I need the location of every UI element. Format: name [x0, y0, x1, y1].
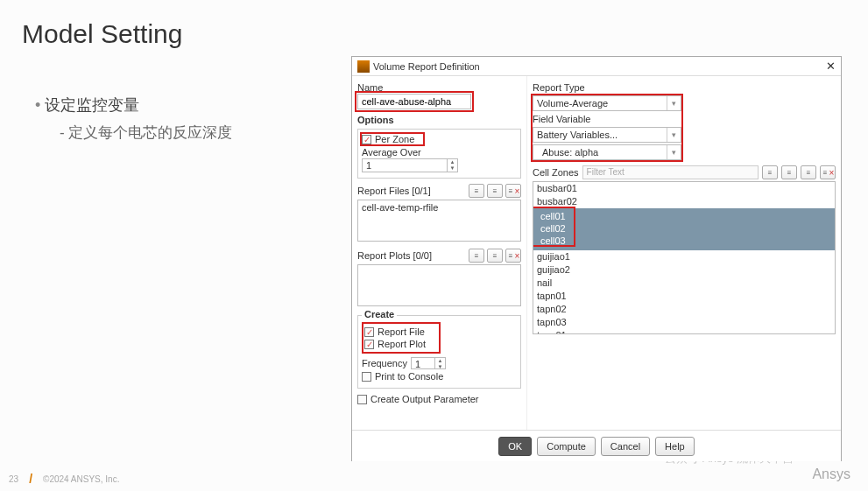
list-item[interactable]: cell-ave-temp-rfile	[358, 200, 520, 214]
field-variable-value: Abuse: alpha	[533, 145, 667, 159]
filter-btn-2[interactable]: ≡	[781, 165, 797, 179]
list-item[interactable]: guijiao1	[533, 250, 835, 263]
create-section-label: Create	[362, 309, 397, 319]
report-type-label: Report Type	[533, 81, 836, 94]
volume-report-definition-dialog: Volume Report Definition ✕ Name Options …	[351, 56, 842, 461]
app-icon	[357, 60, 370, 73]
close-icon[interactable]: ✕	[826, 60, 836, 73]
report-files-list[interactable]: cell-ave-temp-rfile	[357, 200, 521, 242]
report-plot-checkbox[interactable]: ✓ Report Plot	[364, 339, 438, 349]
copyright: ©2024 ANSYS, Inc.	[43, 474, 119, 484]
print-to-console-label: Print to Console	[375, 371, 443, 382]
report-file-checkbox[interactable]: ✓ Report File	[364, 326, 438, 337]
dialog-title: Volume Report Definition	[373, 61, 480, 72]
ok-button[interactable]: OK	[498, 437, 532, 456]
field-variable-select[interactable]: Abuse: alpha ▾	[533, 144, 681, 160]
list-item[interactable]: busbar01	[533, 182, 835, 195]
list-item[interactable]: tapn01	[533, 290, 835, 303]
report-files-label: Report Files [0/1]	[357, 186, 431, 196]
list-btn-1[interactable]: ≡	[469, 249, 484, 263]
slide-title: Model Setting	[22, 19, 182, 49]
bullet-level-1: 设定监控变量	[35, 95, 139, 116]
list-item[interactable]: busbar02	[533, 195, 835, 208]
filter-btn-1[interactable]: ≡	[762, 165, 778, 179]
dialog-titlebar[interactable]: Volume Report Definition ✕	[352, 57, 841, 76]
list-item-selected[interactable]: cell03	[537, 235, 831, 247]
name-label: Name	[357, 81, 521, 94]
list-item[interactable]: guijiao2	[533, 263, 835, 277]
per-zone-label: Per Zone	[375, 134, 414, 144]
list-item-selected[interactable]: cell02	[537, 222, 831, 235]
chevron-down-icon: ▾	[667, 128, 681, 142]
list-btn-remove[interactable]: ≡	[505, 249, 521, 263]
compute-button[interactable]: Compute	[537, 437, 596, 456]
list-item[interactable]: tapn03	[533, 316, 835, 329]
name-input[interactable]	[357, 94, 471, 109]
list-btn-1[interactable]: ≡	[469, 184, 484, 198]
field-variable-label: Field Variable	[533, 113, 681, 125]
print-to-console-checkbox[interactable]: Print to Console	[362, 371, 517, 382]
report-type-select[interactable]: Volume-Average ▾	[533, 95, 681, 111]
average-over-spinner[interactable]: 1 ▲▼	[362, 158, 458, 172]
field-category-value: Battery Variables...	[533, 128, 667, 142]
report-plots-list[interactable]	[357, 264, 521, 306]
cell-zones-label: Cell Zones	[533, 167, 579, 178]
create-output-parameter-label: Create Output Parameter	[370, 394, 479, 404]
cancel-button[interactable]: Cancel	[601, 437, 650, 456]
average-over-value: 1	[363, 159, 447, 172]
list-item[interactable]: tapn02	[533, 303, 835, 316]
frequency-label: Frequency	[362, 358, 407, 368]
report-plots-label: Report Plots [0/0]	[357, 250, 432, 261]
per-zone-checkbox[interactable]: ✓ Per Zone	[362, 134, 423, 144]
divider-slash: /	[29, 472, 32, 486]
cell-zones-list[interactable]: busbar01 busbar02 cell01 cell02 cell03 g…	[533, 181, 836, 334]
frequency-value: 1	[412, 358, 434, 368]
bullet-level-2: 定义每个电芯的反应深度	[60, 123, 232, 143]
chevron-down-icon: ▾	[667, 96, 681, 110]
filter-btn-clear[interactable]: ≡	[820, 165, 836, 179]
page-number: 23	[9, 474, 18, 484]
list-btn-2[interactable]: ≡	[487, 249, 503, 263]
create-output-parameter-checkbox[interactable]: Create Output Parameter	[357, 394, 521, 404]
list-item[interactable]: tapp01	[533, 329, 835, 334]
field-category-select[interactable]: Battery Variables... ▾	[533, 127, 681, 143]
report-type-value: Volume-Average	[533, 96, 667, 110]
list-item-selected[interactable]: cell01	[537, 210, 831, 222]
list-btn-2[interactable]: ≡	[487, 184, 503, 198]
chevron-down-icon: ▾	[667, 145, 681, 159]
cell-zones-filter[interactable]: Filter Text	[582, 165, 759, 179]
average-over-label: Average Over	[362, 146, 517, 158]
filter-btn-3[interactable]: ≡	[801, 165, 816, 179]
help-button[interactable]: Help	[655, 437, 695, 456]
brand-logo: Ansys	[812, 466, 850, 482]
report-file-label: Report File	[378, 326, 425, 337]
frequency-spinner[interactable]: 1 ▲▼	[411, 357, 446, 369]
list-item[interactable]: nail	[533, 277, 835, 290]
list-btn-remove[interactable]: ≡	[505, 184, 521, 198]
options-label: Options	[357, 115, 521, 125]
report-plot-label: Report Plot	[378, 339, 426, 349]
